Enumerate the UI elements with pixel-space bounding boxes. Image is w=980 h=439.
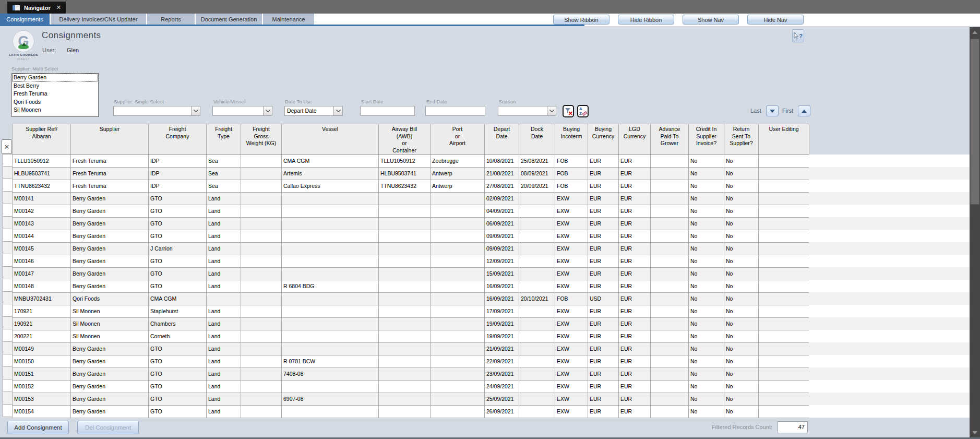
table-cell[interactable]: 19/09/2021 [485, 317, 519, 330]
table-cell[interactable]: No [689, 317, 724, 330]
table-cell[interactable]: EUR [588, 167, 619, 180]
table-cell[interactable] [759, 217, 809, 230]
table-cell[interactable] [379, 192, 431, 205]
table-cell[interactable] [207, 292, 241, 305]
table-cell[interactable]: Sea [207, 167, 241, 180]
table-cell[interactable]: EUR [588, 380, 619, 393]
table-cell[interactable] [379, 280, 431, 292]
table-cell[interactable] [651, 280, 689, 292]
table-cell[interactable]: GTO [149, 405, 207, 418]
table-cell[interactable]: EUR [619, 330, 651, 342]
table-cell[interactable] [651, 180, 689, 192]
table-cell[interactable]: No [689, 330, 724, 342]
table-cell[interactable]: IDP [149, 155, 207, 167]
table-cell[interactable] [651, 355, 689, 367]
table-cell[interactable] [379, 367, 431, 380]
table-cell[interactable]: EUR [619, 355, 651, 367]
table-cell[interactable] [282, 305, 379, 317]
table-cell[interactable]: No [724, 205, 759, 217]
table-cell[interactable] [431, 217, 485, 230]
table-cell[interactable]: Sil Moonen [71, 330, 149, 342]
table-cell[interactable] [759, 305, 809, 317]
table-cell[interactable] [431, 380, 485, 393]
table-cell[interactable]: 10/08/2021 [485, 155, 519, 167]
table-cell[interactable]: Antwerp [431, 167, 485, 180]
record-selector[interactable] [3, 179, 13, 192]
table-cell[interactable]: EUR [619, 167, 651, 180]
table-cell[interactable]: FOB [555, 167, 588, 180]
table-cell[interactable] [282, 380, 379, 393]
table-cell[interactable]: EUR [619, 292, 651, 305]
table-cell[interactable] [379, 230, 431, 242]
show-ribbon-button[interactable]: Show Ribbon [553, 15, 609, 25]
tab-document-generation[interactable]: Document Generation [196, 14, 262, 25]
table-cell[interactable]: EUR [619, 205, 651, 217]
table-cell[interactable] [379, 393, 431, 405]
table-cell[interactable] [379, 305, 431, 317]
chevron-down-icon[interactable] [333, 106, 342, 115]
record-selector[interactable] [3, 329, 13, 342]
start-date-input[interactable] [360, 106, 415, 116]
table-cell[interactable]: EUR [588, 217, 619, 230]
table-cell[interactable]: EXW [555, 267, 588, 280]
table-cell[interactable]: EUR [619, 255, 651, 267]
table-cell[interactable]: 26/09/2021 [485, 405, 519, 418]
table-cell[interactable]: No [689, 167, 724, 180]
table-cell[interactable] [519, 205, 555, 217]
table-cell[interactable]: GTO [149, 205, 207, 217]
table-cell[interactable]: No [689, 180, 724, 192]
table-cell[interactable]: Land [207, 217, 241, 230]
table-cell[interactable] [651, 205, 689, 217]
table-cell[interactable] [759, 255, 809, 267]
record-selector[interactable] [3, 304, 13, 317]
table-cell[interactable] [282, 217, 379, 230]
table-cell[interactable]: GTO [149, 367, 207, 380]
table-cell[interactable]: FOB [555, 155, 588, 167]
table-cell[interactable]: M00141 [13, 192, 71, 205]
table-cell[interactable]: EUR [588, 242, 619, 255]
table-cell[interactable]: Fresh Teruma [71, 155, 149, 167]
table-cell[interactable] [241, 180, 282, 192]
table-cell[interactable]: Qori Foods [71, 292, 149, 305]
table-cell[interactable] [651, 305, 689, 317]
table-cell[interactable] [759, 393, 809, 405]
table-cell[interactable]: M00154 [13, 405, 71, 418]
list-option-sil-moonen[interactable]: Sil Moonen [12, 106, 98, 114]
table-cell[interactable]: Land [207, 192, 241, 205]
table-cell[interactable]: 23/09/2021 [485, 367, 519, 380]
table-cell[interactable]: Corneth [149, 330, 207, 342]
table-cell[interactable]: 12/09/2021 [485, 255, 519, 267]
table-cell[interactable] [241, 405, 282, 418]
last-record-button[interactable] [766, 105, 779, 116]
table-cell[interactable]: Callao Express [282, 180, 379, 192]
table-cell[interactable]: CMA CGM [282, 155, 379, 167]
table-cell[interactable]: EUR [619, 180, 651, 192]
table-cell[interactable]: 16/09/2021 [485, 280, 519, 292]
table-cell[interactable]: 09/09/2021 [485, 242, 519, 255]
table-cell[interactable]: Berry Garden [71, 255, 149, 267]
record-selector[interactable] [3, 405, 13, 417]
table-cell[interactable]: No [724, 292, 759, 305]
record-selector[interactable] [3, 354, 13, 367]
table-cell[interactable] [241, 317, 282, 330]
tab-maintenance[interactable]: Maintenance [263, 14, 314, 25]
table-cell[interactable]: GTO [149, 255, 207, 267]
table-cell[interactable]: Land [207, 355, 241, 367]
table-cell[interactable] [241, 355, 282, 367]
table-cell[interactable]: Antwerp [431, 180, 485, 192]
table-cell[interactable] [379, 342, 431, 355]
table-cell[interactable]: FOB [555, 180, 588, 192]
table-cell[interactable]: Sil Moonen [71, 317, 149, 330]
table-cell[interactable] [241, 192, 282, 205]
supplier-single-select-combo[interactable] [113, 106, 200, 116]
table-cell[interactable]: GTO [149, 217, 207, 230]
table-cell[interactable]: EUR [588, 255, 619, 267]
help-pointer-button[interactable]: ? [792, 29, 804, 42]
table-cell[interactable]: Berry Garden [71, 405, 149, 418]
table-cell[interactable] [759, 317, 809, 330]
table-cell[interactable] [759, 380, 809, 393]
table-cell[interactable]: 200221 [13, 330, 71, 342]
table-cell[interactable]: M00143 [13, 217, 71, 230]
table-cell[interactable] [431, 292, 485, 305]
record-selector-header-button[interactable]: ✕ [2, 139, 12, 154]
